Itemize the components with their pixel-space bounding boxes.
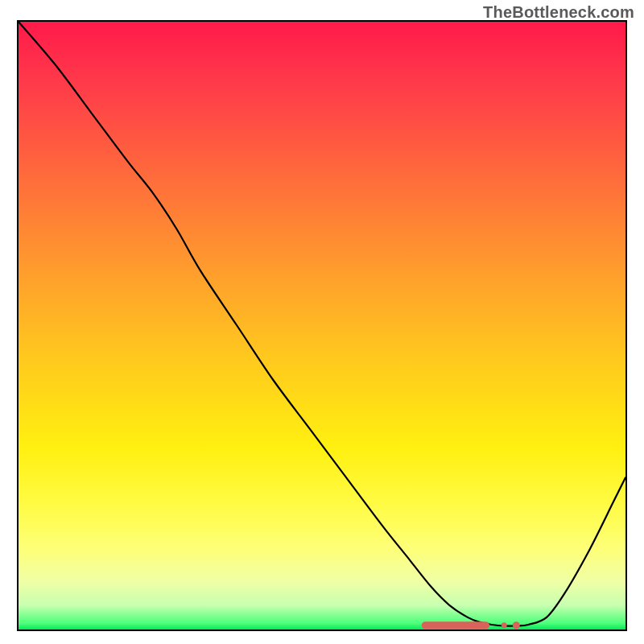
plot-area — [19, 22, 625, 630]
marker-dot — [513, 621, 520, 629]
bottleneck-curve-line — [19, 22, 625, 626]
watermark-text: TheBottleneck.com — [483, 3, 634, 22]
marker-dot — [502, 622, 507, 628]
bottom-range-markers — [425, 621, 520, 629]
curve-svg — [19, 22, 625, 630]
